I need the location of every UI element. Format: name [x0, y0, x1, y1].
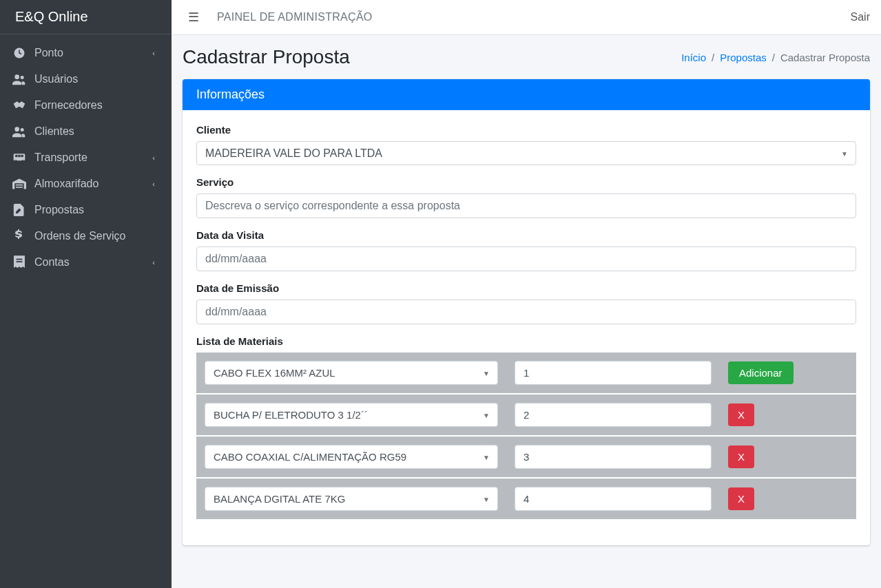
sidebar-item-label: Ponto [34, 47, 63, 59]
sidebar-item-label: Transporte [34, 151, 87, 164]
clock-icon [11, 46, 28, 60]
svg-rect-8 [15, 155, 17, 157]
topbar: ☰ PAINEL DE ADMINISTRAÇÃO Sair [172, 0, 881, 35]
svg-rect-14 [17, 261, 23, 262]
topbar-title: PAINEL DE ADMINISTRAÇÃO [217, 11, 373, 23]
svg-rect-12 [16, 187, 23, 188]
material-select[interactable]: BUCHA P/ ELETRODUTO 3 1/2´´ [205, 403, 498, 427]
svg-rect-10 [21, 155, 23, 157]
svg-point-7 [21, 160, 23, 162]
sidebar-item-label: Propostas [34, 204, 84, 216]
chevron-left-icon: ‹ [152, 154, 155, 162]
chevron-left-icon: ‹ [152, 180, 155, 188]
page-title: Cadastrar Proposta [183, 46, 350, 68]
material-select[interactable]: CABO FLEX 16MM² AZUL [205, 361, 498, 385]
svg-point-2 [21, 76, 24, 79]
sidebar-item-label: Contas [34, 256, 70, 269]
cliente-select[interactable]: MADEREIRA VALE DO PARA LTDA [196, 141, 856, 165]
sidebar-item-ponto[interactable]: Ponto ‹ [6, 40, 166, 66]
sidebar-item-propostas[interactable]: Propostas [6, 197, 166, 223]
breadcrumb: Início / Propostas / Cadastrar Proposta [681, 52, 870, 63]
remove-material-button[interactable]: X [728, 445, 754, 468]
sidebar-item-label: Clientes [34, 125, 74, 138]
invoice-icon [11, 255, 28, 269]
remove-material-button[interactable]: X [728, 403, 754, 426]
sidebar-item-label: Almoxarifado [34, 178, 99, 190]
panel-header: Informações [183, 79, 870, 110]
chevron-left-icon: ‹ [152, 258, 155, 266]
svg-point-6 [14, 160, 17, 162]
breadcrumb-sep: / [706, 52, 720, 63]
file-signature-icon [11, 203, 28, 217]
svg-rect-13 [17, 259, 23, 260]
data-emissao-input[interactable] [196, 300, 856, 324]
material-qty-input[interactable] [515, 361, 712, 385]
sidebar-item-label: Usuários [34, 73, 78, 85]
material-qty-input[interactable] [515, 403, 712, 427]
users-icon [11, 125, 28, 138]
material-row: BUCHA P/ ELETRODUTO 3 1/2´´ X [196, 395, 856, 437]
sidebar-item-clientes[interactable]: Clientes [6, 118, 166, 145]
dollar-icon [11, 229, 28, 243]
sidebar-item-label: Ordens de Serviço [34, 230, 126, 242]
sidebar-item-label: Fornecedores [34, 99, 103, 112]
material-row: CABO FLEX 16MM² AZUL Adicionar [196, 353, 856, 395]
chevron-left-icon: ‹ [152, 49, 155, 57]
svg-rect-9 [18, 155, 20, 157]
sidebar-item-contas[interactable]: Contas ‹ [6, 249, 166, 275]
material-qty-input[interactable] [515, 487, 712, 511]
users-icon [11, 72, 28, 86]
material-row: BALANÇA DGITAL ATE 7KG X [196, 479, 856, 521]
sidebar-item-ordens[interactable]: Ordens de Serviço [6, 223, 166, 249]
sidebar-item-almoxarifado[interactable]: Almoxarifado ‹ [6, 171, 166, 197]
data-visita-input[interactable] [196, 246, 856, 271]
svg-point-3 [14, 127, 19, 132]
sidebar-item-usuarios[interactable]: Usuários [6, 66, 166, 92]
add-material-button[interactable]: Adicionar [728, 361, 794, 384]
breadcrumb-proposals[interactable]: Propostas [720, 52, 767, 63]
breadcrumb-home[interactable]: Início [681, 52, 706, 63]
material-select[interactable]: BALANÇA DGITAL ATE 7KG [205, 487, 498, 511]
hamburger-icon[interactable]: ☰ [183, 7, 205, 28]
handshake-icon [11, 98, 28, 112]
sidebar-item-fornecedores[interactable]: Fornecedores [6, 92, 166, 118]
material-select[interactable]: CABO COAXIAL C/ALIMENTAÇÃO RG59 [205, 445, 498, 469]
warehouse-icon [11, 177, 28, 191]
materiais-label: Lista de Materiais [196, 335, 856, 347]
data-visita-label: Data da Visita [196, 229, 856, 241]
svg-rect-11 [16, 185, 23, 186]
breadcrumb-sep: / [767, 52, 780, 63]
bus-icon [11, 151, 28, 165]
material-qty-input[interactable] [515, 445, 712, 469]
remove-material-button[interactable]: X [728, 487, 754, 510]
data-emissao-label: Data de Emissão [196, 282, 856, 294]
svg-rect-5 [14, 154, 25, 160]
sidebar-item-transporte[interactable]: Transporte ‹ [6, 145, 166, 171]
cliente-label: Cliente [196, 124, 856, 136]
svg-point-1 [14, 74, 19, 79]
breadcrumb-current: Cadastrar Proposta [780, 52, 870, 63]
material-row: CABO COAXIAL C/ALIMENTAÇÃO RG59 X [196, 437, 856, 479]
servico-label: Serviço [196, 176, 856, 188]
brand-title: E&Q Online [0, 0, 172, 34]
servico-input[interactable] [196, 193, 856, 218]
sidebar: E&Q Online Ponto ‹ Usuários Fornecedores [0, 0, 172, 588]
svg-point-4 [21, 128, 24, 132]
logout-link[interactable]: Sair [851, 11, 870, 23]
